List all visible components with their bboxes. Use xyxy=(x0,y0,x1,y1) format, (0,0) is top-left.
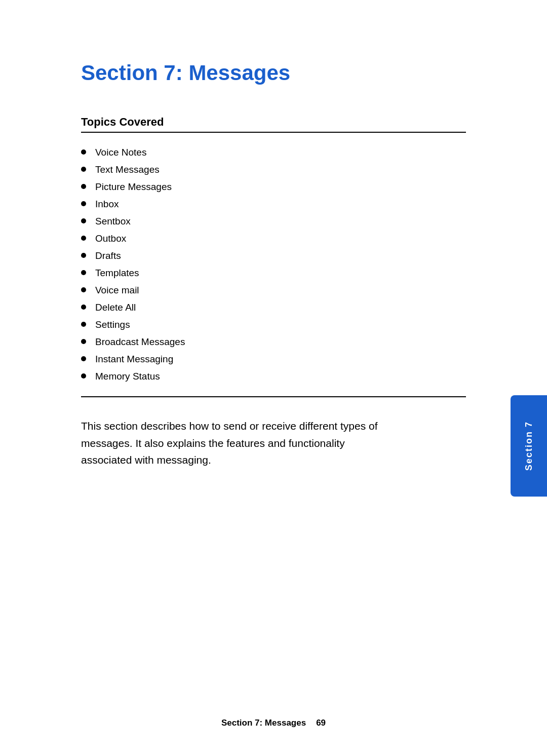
bullet-icon xyxy=(81,201,86,206)
description-text: This section describes how to send or re… xyxy=(81,418,395,469)
list-item-text: Broadcast Messages xyxy=(95,336,185,348)
side-tab-label: Section 7 xyxy=(524,421,534,471)
list-item-text: Instant Messaging xyxy=(95,354,173,365)
list-item-text: Templates xyxy=(95,268,139,279)
footer-page-number: 69 xyxy=(316,718,326,728)
list-item-text: Outbox xyxy=(95,233,126,244)
list-item-text: Sentbox xyxy=(95,216,131,227)
list-item-text: Text Messages xyxy=(95,164,160,175)
list-item-text: Voice mail xyxy=(95,285,139,296)
topics-list: Voice NotesText MessagesPicture Messages… xyxy=(81,147,466,382)
list-item-text: Voice Notes xyxy=(95,147,146,158)
divider-top xyxy=(81,132,466,133)
footer-inner: Section 7: Messages 69 xyxy=(221,718,326,728)
list-item: Voice Notes xyxy=(81,147,466,158)
list-item: Templates xyxy=(81,268,466,279)
bullet-icon xyxy=(81,253,86,258)
list-item-text: Picture Messages xyxy=(95,181,172,193)
bullet-icon xyxy=(81,356,86,361)
list-item: Outbox xyxy=(81,233,466,244)
list-item: Settings xyxy=(81,319,466,330)
bullet-icon xyxy=(81,184,86,189)
list-item-text: Memory Status xyxy=(95,371,160,382)
list-item: Drafts xyxy=(81,250,466,261)
list-item-text: Drafts xyxy=(95,250,121,261)
section-title: Section 7: Messages xyxy=(81,61,466,85)
bullet-icon xyxy=(81,305,86,310)
list-item: Voice mail xyxy=(81,285,466,296)
divider-bottom xyxy=(81,396,466,397)
list-item-text: Inbox xyxy=(95,199,119,210)
bullet-icon xyxy=(81,149,86,155)
topics-covered-heading: Topics Covered xyxy=(81,116,466,129)
list-item-text: Settings xyxy=(95,319,130,330)
bullet-icon xyxy=(81,322,86,327)
footer-area: Section 7: Messages 69 xyxy=(0,718,547,728)
list-item: Inbox xyxy=(81,199,466,210)
bullet-icon xyxy=(81,373,86,379)
list-item: Instant Messaging xyxy=(81,354,466,365)
list-item: Picture Messages xyxy=(81,181,466,193)
list-item: Memory Status xyxy=(81,371,466,382)
list-item: Broadcast Messages xyxy=(81,336,466,348)
bullet-icon xyxy=(81,236,86,241)
bullet-icon xyxy=(81,270,86,275)
list-item: Delete All xyxy=(81,302,466,313)
list-item: Text Messages xyxy=(81,164,466,175)
page-content: Section 7: Messages Topics Covered Voice… xyxy=(0,0,547,509)
bullet-icon xyxy=(81,167,86,172)
side-tab: Section 7 xyxy=(511,395,547,497)
bullet-icon xyxy=(81,287,86,292)
footer-label: Section 7: Messages xyxy=(221,718,306,728)
bullet-icon xyxy=(81,218,86,223)
list-item: Sentbox xyxy=(81,216,466,227)
bullet-icon xyxy=(81,339,86,344)
list-item-text: Delete All xyxy=(95,302,136,313)
